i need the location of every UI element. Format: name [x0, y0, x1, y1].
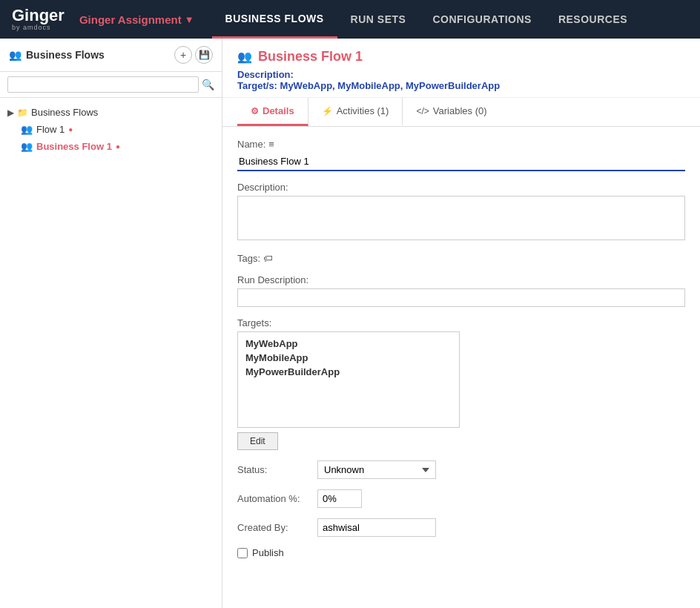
sidebar-people-icon: 👥 [9, 49, 22, 61]
automation-row: Automation %: [237, 489, 685, 508]
publish-row: Publish [237, 547, 685, 558]
logo-ginger: Ginger [12, 7, 65, 24]
edit-button[interactable]: Edit [237, 432, 278, 450]
name-row: Name: ≡ [237, 139, 685, 171]
tab-activities-icon: ⚡ [322, 106, 333, 116]
run-description-row: Run Description: [237, 274, 685, 307]
tab-details-label: Details [262, 105, 294, 116]
tab-variables-label: Variables (0) [433, 105, 487, 116]
description-label-text: Description: [237, 182, 288, 193]
created-by-input[interactable] [317, 518, 436, 537]
content-header: 👥 Business Flow 1 Description: Target/s:… [222, 39, 700, 98]
sidebar-add-button[interactable]: + [174, 46, 192, 64]
description-label: Description: [237, 69, 294, 80]
tree-root-item[interactable]: ▶ 📁 Business Flows [3, 104, 219, 121]
created-by-row: Created By: [237, 518, 685, 537]
targets-box: MyWebApp MyMobileApp MyPowerBuilderApp [237, 331, 460, 428]
content-title-text: Business Flow 1 [258, 49, 363, 65]
tab-details-icon: ⚙ [251, 106, 259, 116]
tree-expand-icon: ▶ [7, 108, 14, 118]
automation-input[interactable] [317, 489, 362, 508]
tree-folder-icon: 📁 [17, 108, 28, 118]
tree-root-label: Business Flows [31, 107, 98, 118]
flow1-label: Flow 1 [36, 124, 65, 135]
targets-label: Target/s: [237, 80, 277, 91]
business-flow1-dot: ● [116, 142, 120, 151]
name-icon: ≡ [268, 139, 274, 150]
logo: Ginger by amdocs [12, 7, 65, 31]
target-item-1[interactable]: MyMobileApp [242, 351, 455, 365]
tags-row: Tags: 🏷 [237, 253, 685, 264]
name-label: Name: ≡ [237, 139, 685, 150]
publish-label: Publish [252, 547, 284, 558]
sidebar-header-icons: + 💾 [174, 46, 213, 64]
sidebar-save-button[interactable]: 💾 [195, 46, 213, 64]
run-description-label: Run Description: [237, 274, 685, 285]
content-title: 👥 Business Flow 1 [237, 49, 685, 65]
nav-items: BUSINESS FLOWS RUN SETS CONFIGURATIONS R… [212, 0, 688, 39]
content-title-icon: 👥 [237, 50, 252, 64]
sidebar-header-title: 👥 Business Flows [9, 49, 105, 61]
name-label-text: Name: [237, 139, 265, 150]
created-by-label: Created By: [237, 522, 311, 533]
logo-sub: by amdocs [12, 24, 65, 31]
tabs-bar: ⚙ Details ⚡ Activities (1) </> Variables… [222, 98, 700, 127]
targets-row: Targets: MyWebApp MyMobileApp MyPowerBui… [237, 317, 685, 450]
search-input[interactable] [7, 76, 199, 93]
tab-variables-icon: </> [416, 106, 429, 116]
description-textarea[interactable] [237, 196, 685, 240]
tags-icon: 🏷 [263, 253, 273, 264]
nav-item-run-sets[interactable]: RUN SETS [337, 0, 420, 39]
name-input[interactable] [237, 153, 685, 171]
main-layout: 👥 Business Flows + 💾 🔍 ▶ 📁 Business Flow… [0, 39, 700, 608]
targets-label-text: Targets: [237, 317, 271, 328]
form-area: Name: ≡ Description: Tags: 🏷 [222, 127, 700, 608]
business-flow1-icon: 👥 [21, 141, 33, 152]
tags-label-text: Tags: [237, 253, 260, 264]
description-row: Description: [237, 182, 685, 242]
publish-checkbox[interactable] [237, 548, 248, 558]
sidebar-search: 🔍 [0, 72, 222, 98]
automation-label: Automation %: [237, 493, 311, 504]
top-nav: Ginger by amdocs Ginger Assignment ▼ BUS… [0, 0, 700, 39]
run-description-label-text: Run Description: [237, 274, 308, 285]
nav-item-business-flows[interactable]: BUSINESS FLOWS [212, 0, 337, 39]
targets-value: MyWebApp, MyMobileApp, MyPowerBuilderApp [280, 80, 501, 91]
flow1-icon: 👥 [21, 124, 33, 135]
tab-activities[interactable]: ⚡ Activities (1) [308, 98, 403, 126]
business-flow1-label: Business Flow 1 [36, 141, 112, 152]
content-area: 👥 Business Flow 1 Description: Target/s:… [222, 39, 700, 608]
target-item-0[interactable]: MyWebApp [242, 337, 455, 351]
tags-label: Tags: 🏷 [237, 253, 685, 264]
sidebar-tree: ▶ 📁 Business Flows 👥 Flow 1 ● 👥 Business… [0, 98, 222, 608]
run-description-input[interactable] [237, 288, 685, 307]
nav-item-configurations[interactable]: CONFIGURATIONS [419, 0, 545, 39]
tree-children: 👥 Flow 1 ● 👥 Business Flow 1 ● [3, 121, 219, 155]
tab-variables[interactable]: </> Variables (0) [403, 98, 500, 126]
nav-item-resources[interactable]: RESOURCES [545, 0, 641, 39]
content-targets: Target/s: MyWebApp, MyMobileApp, MyPower… [237, 80, 685, 91]
project-dropdown-arrow[interactable]: ▼ [185, 14, 194, 25]
project-name[interactable]: Ginger Assignment [79, 13, 182, 26]
flow1-dot: ● [68, 125, 73, 133]
tab-activities-label: Activities (1) [337, 105, 389, 116]
tree-item-flow1[interactable]: 👥 Flow 1 ● [16, 121, 219, 138]
sidebar-header: 👥 Business Flows + 💾 [0, 39, 222, 72]
sidebar-title-label: Business Flows [26, 49, 105, 61]
status-select[interactable]: Unknown Active Inactive Draft [317, 460, 436, 479]
tree-item-business-flow1[interactable]: 👥 Business Flow 1 ● [16, 138, 219, 155]
target-item-2[interactable]: MyPowerBuilderApp [242, 365, 455, 379]
status-label: Status: [237, 464, 311, 475]
tab-details[interactable]: ⚙ Details [237, 98, 308, 126]
description-label: Description: [237, 182, 685, 193]
sidebar: 👥 Business Flows + 💾 🔍 ▶ 📁 Business Flow… [0, 39, 222, 608]
content-subtitle: Description: [237, 69, 685, 80]
targets-label: Targets: [237, 317, 685, 328]
status-row: Status: Unknown Active Inactive Draft [237, 460, 685, 479]
search-icon[interactable]: 🔍 [202, 79, 214, 90]
